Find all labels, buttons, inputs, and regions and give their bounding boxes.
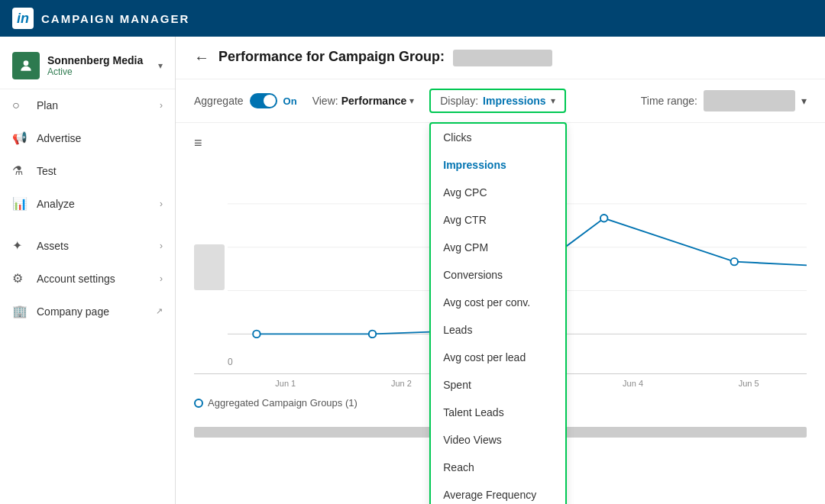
time-range-chevron-icon: ▾ — [801, 95, 807, 107]
sidebar-item-account-settings-label: Account settings — [37, 273, 160, 285]
dropdown-item-avg-cost-conv[interactable]: Avg cost per conv. — [431, 289, 565, 316]
time-range-control: Time range: ▾ — [641, 90, 807, 111]
company-page-external-icon: ↗ — [156, 306, 163, 316]
page-title: Performance for Campaign Group: — [218, 49, 552, 66]
sidebar-item-account-settings[interactable]: ⚙ Account settings › — [0, 262, 175, 295]
plan-chevron-icon: › — [160, 100, 163, 111]
page-title-text: Performance for Campaign Group: — [218, 49, 445, 64]
linkedin-logo: in — [12, 8, 34, 29]
account-selector[interactable]: Sonnenberg Media Active ▾ — [0, 43, 175, 89]
svg-point-5 — [253, 331, 260, 338]
dropdown-item-impressions[interactable]: Impressions — [431, 151, 565, 179]
assets-icon: ✦ — [12, 238, 29, 253]
dropdown-item-spent[interactable]: Spent — [431, 371, 565, 399]
aggregate-toggle[interactable] — [250, 93, 277, 108]
aggregate-label: Aggregate — [194, 95, 244, 107]
display-label: Display: — [440, 95, 478, 107]
sidebar-item-analyze[interactable]: 📊 Analyze › — [0, 187, 175, 220]
content-area: ← Performance for Campaign Group: Aggreg… — [176, 37, 825, 504]
dropdown-item-avg-ctr[interactable]: Avg CTR — [431, 206, 565, 234]
sidebar-item-analyze-label: Analyze — [37, 198, 160, 210]
svg-point-0 — [24, 60, 29, 66]
account-status: Active — [47, 66, 158, 77]
svg-point-8 — [731, 258, 738, 265]
test-icon: ⚗ — [12, 163, 29, 178]
sidebar-item-test-label: Test — [37, 165, 163, 177]
view-label: View: — [312, 95, 338, 107]
legend-label: Aggregated Campaign Groups (1) — [208, 397, 358, 409]
analyze-chevron-icon: › — [160, 199, 163, 209]
linkedin-logo-text: in — [17, 11, 29, 27]
dropdown-item-average-frequency[interactable]: Average Frequency — [431, 481, 565, 504]
analyze-icon: 📊 — [12, 196, 29, 211]
dropdown-item-avg-cpm[interactable]: Avg CPM — [431, 234, 565, 261]
view-select[interactable]: View: Performance ▾ — [312, 95, 415, 107]
dropdown-item-reach[interactable]: Reach — [431, 454, 565, 481]
assets-chevron-icon: › — [160, 241, 163, 251]
dropdown-item-video-views[interactable]: Video Views — [431, 426, 565, 454]
x-label-jun5: Jun 5 — [739, 379, 759, 388]
time-range-label: Time range: — [641, 95, 697, 107]
legend-dot-icon — [194, 399, 203, 408]
dropdown-item-avg-cost-lead[interactable]: Avg cost per lead — [431, 344, 565, 371]
dropdown-item-conversions[interactable]: Conversions — [431, 261, 565, 289]
display-dropdown-arrow-icon: ▾ — [551, 95, 555, 106]
campaign-group-name-placeholder — [453, 50, 552, 66]
view-value: Performance — [341, 95, 407, 107]
chart-y-axis-placeholder — [194, 244, 225, 290]
account-chevron-icon: ▾ — [158, 60, 163, 71]
plan-icon: ○ — [12, 99, 29, 112]
sidebar-item-test[interactable]: ⚗ Test — [0, 154, 175, 187]
sidebar-item-assets[interactable]: ✦ Assets › — [0, 229, 175, 262]
aggregate-control: Aggregate On — [194, 93, 297, 108]
dropdown-item-clicks[interactable]: Clicks — [431, 124, 565, 151]
aggregate-value: On — [283, 95, 297, 107]
back-button[interactable]: ← — [194, 49, 209, 66]
advertise-icon: 📢 — [12, 131, 29, 145]
sidebar-item-advertise-label: Advertise — [37, 132, 163, 144]
chart-zero-label: 0 — [228, 357, 233, 367]
sidebar-item-assets-label: Assets — [37, 240, 160, 252]
display-dropdown-button[interactable]: Display: Impressions ▾ — [429, 89, 565, 113]
dropdown-item-talent-leads[interactable]: Talent Leads — [431, 399, 565, 426]
toolbar: Aggregate On View: Performance ▾ Display… — [176, 79, 825, 123]
svg-point-6 — [369, 331, 376, 338]
account-name: Sonnenberg Media — [47, 54, 158, 66]
page-header: ← Performance for Campaign Group: — [176, 37, 825, 79]
display-dropdown-container: Display: Impressions ▾ Clicks Impression… — [429, 89, 565, 113]
dropdown-item-avg-cpc[interactable]: Avg CPC — [431, 179, 565, 206]
main-layout: Sonnenberg Media Active ▾ ○ Plan › 📢 Adv… — [0, 37, 825, 504]
external-link-icon: 🏢 — [12, 304, 29, 318]
x-label-jun4: Jun 4 — [623, 379, 643, 388]
top-navbar: in CAMPAIGN MANAGER — [0, 0, 825, 37]
x-label-jun2: Jun 2 — [391, 379, 412, 388]
svg-point-7 — [600, 215, 607, 221]
account-settings-chevron-icon: › — [160, 273, 163, 284]
sidebar-item-advertise[interactable]: 📢 Advertise — [0, 121, 175, 154]
dropdown-item-leads[interactable]: Leads — [431, 316, 565, 344]
time-range-select[interactable] — [704, 90, 795, 111]
sidebar-item-company-page-label: Company page — [37, 305, 156, 318]
account-info: Sonnenberg Media Active — [47, 54, 158, 77]
display-dropdown-menu: Clicks Impressions Avg CPC Avg CTR Avg C… — [429, 122, 567, 504]
sidebar: Sonnenberg Media Active ▾ ○ Plan › 📢 Adv… — [0, 37, 176, 504]
x-label-jun1: Jun 1 — [275, 379, 296, 388]
sidebar-item-plan[interactable]: ○ Plan › — [0, 89, 175, 121]
gear-icon: ⚙ — [12, 271, 29, 286]
sidebar-item-company-page[interactable]: 🏢 Company page ↗ — [0, 295, 175, 328]
display-value: Impressions — [483, 95, 545, 107]
app-title: CAMPAIGN MANAGER — [41, 12, 189, 25]
sidebar-item-plan-label: Plan — [37, 99, 160, 111]
account-avatar — [12, 52, 40, 79]
view-dropdown-arrow-icon: ▾ — [409, 95, 414, 106]
